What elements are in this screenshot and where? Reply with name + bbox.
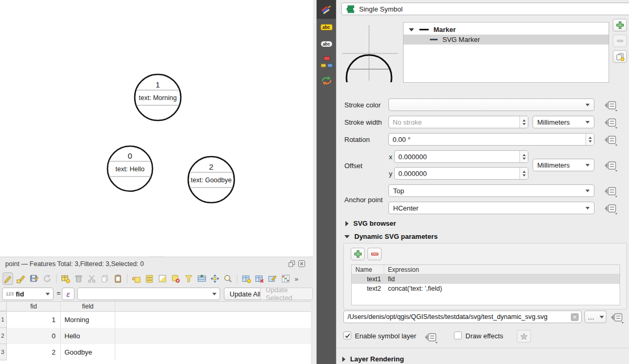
svg-text:text: Goodbye: text: Goodbye <box>191 177 232 184</box>
data-defined-override-icon[interactable] <box>604 99 619 112</box>
spinner-buttons[interactable] <box>519 151 528 162</box>
qgis-window: 1 text: Morning 0 text: Hello 2 text: Go… <box>0 0 629 364</box>
add-parameter-button[interactable] <box>351 248 365 260</box>
save-edits-icon[interactable] <box>29 272 39 285</box>
anchor-horizontal-combo[interactable]: HCenter <box>388 202 594 214</box>
float-panel-icon[interactable] <box>288 260 296 268</box>
svg-text:2: 2 <box>209 162 213 171</box>
copy-icon[interactable] <box>100 272 110 285</box>
parameters-table[interactable]: Name Expression text1 fid text2 concat('… <box>351 264 620 305</box>
map-canvas[interactable]: 1 text: Morning 0 text: Hello 2 text: Go… <box>0 0 313 257</box>
rotation-input[interactable] <box>389 134 585 145</box>
paste-icon[interactable] <box>113 272 123 285</box>
svg-text:abc: abc <box>322 41 330 47</box>
deselect-all-icon[interactable] <box>170 272 181 285</box>
table-row[interactable]: 3 2 Goodbye <box>0 344 311 360</box>
offset-y-spinbox[interactable] <box>394 167 528 180</box>
add-feature-icon[interactable] <box>60 272 71 285</box>
layer-rendering-section[interactable]: Layer Rendering <box>342 355 404 363</box>
equals-label: = <box>57 289 61 297</box>
offset-unit-combo[interactable]: Millimeters <box>533 159 594 171</box>
history-tab[interactable] <box>317 71 336 90</box>
pan-to-selection-icon[interactable] <box>210 272 220 285</box>
callouts-tab[interactable]: abc <box>317 36 336 52</box>
stroke-width-input[interactable] <box>389 116 519 128</box>
rotation-spinbox[interactable] <box>388 133 594 146</box>
symbology-tab[interactable] <box>317 0 336 19</box>
dynamic-svg-parameters-section[interactable]: Dynamic SVG parameters <box>344 233 438 240</box>
star-icon <box>519 332 528 341</box>
stroke-width-unit-combo[interactable]: Millimeters <box>533 116 594 128</box>
move-selection-top-icon[interactable] <box>197 272 207 285</box>
field-calculator-icon[interactable] <box>267 272 278 285</box>
expanded-caret-icon <box>344 235 350 238</box>
anchor-point-label: Anchor point <box>344 196 383 204</box>
cut-icon[interactable] <box>86 272 97 285</box>
data-defined-override-icon[interactable] <box>610 311 625 324</box>
tree-item-svg-marker[interactable]: SVG Marker <box>404 35 609 45</box>
conditional-formatting-icon[interactable] <box>280 272 291 285</box>
zoom-to-selection-icon[interactable] <box>223 272 233 285</box>
invert-selection-icon[interactable] <box>157 272 168 285</box>
table-row[interactable]: 1 1 Morning <box>0 312 311 328</box>
parameter-row[interactable]: text2 concat('text: ',field) <box>352 284 620 293</box>
add-symbol-layer-button[interactable] <box>613 19 627 31</box>
data-defined-override-icon[interactable] <box>604 134 619 146</box>
toggle-editing-icon[interactable] <box>3 272 13 285</box>
data-defined-override-icon[interactable] <box>604 116 619 129</box>
spinner-buttons[interactable] <box>519 116 528 128</box>
data-defined-override-icon[interactable] <box>424 331 439 344</box>
table-row[interactable]: 2 0 Hello <box>0 328 311 344</box>
spinner-buttons[interactable] <box>519 168 528 179</box>
close-panel-icon[interactable] <box>298 260 306 268</box>
attribute-table[interactable]: fid field 1 1 Morning 2 0 Hello 3 2 Good… <box>0 301 311 364</box>
stroke-width-spinbox[interactable] <box>388 116 528 128</box>
toolbar-overflow-button[interactable]: » <box>294 275 299 283</box>
field-selector-combo[interactable]: 123 fid <box>2 288 53 300</box>
browse-button[interactable]: … <box>584 311 598 323</box>
select-by-expression-icon[interactable]: ε <box>131 272 142 285</box>
select-by-form-icon[interactable] <box>183 272 194 285</box>
delete-field-icon[interactable] <box>254 272 265 285</box>
data-defined-override-icon[interactable] <box>604 159 619 172</box>
parameter-row[interactable]: text1 fid <box>352 274 620 284</box>
multiedit-icon[interactable] <box>16 272 26 285</box>
data-defined-override-icon[interactable] <box>604 185 619 197</box>
select-all-icon[interactable] <box>144 272 155 285</box>
duplicate-symbol-layer-button[interactable] <box>613 50 627 63</box>
offset-y-input[interactable] <box>395 168 519 179</box>
data-defined-override-icon[interactable] <box>604 202 619 215</box>
svg-path-field[interactable]: ✕ <box>343 311 582 323</box>
expression-input-combo[interactable] <box>77 288 220 300</box>
labels-tab[interactable]: abc <box>317 19 336 36</box>
symbol-layer-tree[interactable]: Marker SVG Marker <box>403 22 609 83</box>
chevron-down-icon[interactable] <box>212 293 216 295</box>
tree-item-marker[interactable]: Marker <box>404 25 609 35</box>
stroke-color-combo[interactable] <box>388 98 594 111</box>
expand-caret-icon[interactable] <box>409 28 414 31</box>
anchor-vertical-combo[interactable]: Top <box>388 184 594 197</box>
new-field-icon[interactable] <box>241 272 252 285</box>
remove-parameter-button[interactable] <box>367 248 382 260</box>
column-header-field[interactable]: field <box>61 302 115 311</box>
chevron-down-icon <box>585 190 590 192</box>
renderer-combo[interactable]: Single Symbol <box>341 3 629 15</box>
offset-x-spinbox[interactable] <box>394 150 528 163</box>
spinner-buttons[interactable] <box>585 134 594 145</box>
offset-x-input[interactable] <box>395 151 519 162</box>
delete-selected-icon[interactable] <box>73 272 84 285</box>
expression-input[interactable] <box>78 290 209 298</box>
panel-divider[interactable] <box>313 0 317 364</box>
draw-effects-checkbox[interactable] <box>454 332 462 339</box>
column-header-fid[interactable]: fid <box>7 302 61 311</box>
draw-effects-label: Draw effects <box>465 332 503 340</box>
reload-icon[interactable] <box>42 272 52 285</box>
plus-icon <box>615 20 625 30</box>
browse-dropdown[interactable] <box>597 311 606 323</box>
clear-icon[interactable]: ✕ <box>571 313 579 321</box>
svg-path-input[interactable] <box>344 313 571 321</box>
expression-builder-button[interactable]: ε <box>62 288 74 300</box>
enable-symbol-layer-checkbox[interactable] <box>343 332 351 339</box>
diagrams-tab[interactable] <box>317 52 336 71</box>
svg-browser-section[interactable]: SVG browser <box>345 219 396 227</box>
